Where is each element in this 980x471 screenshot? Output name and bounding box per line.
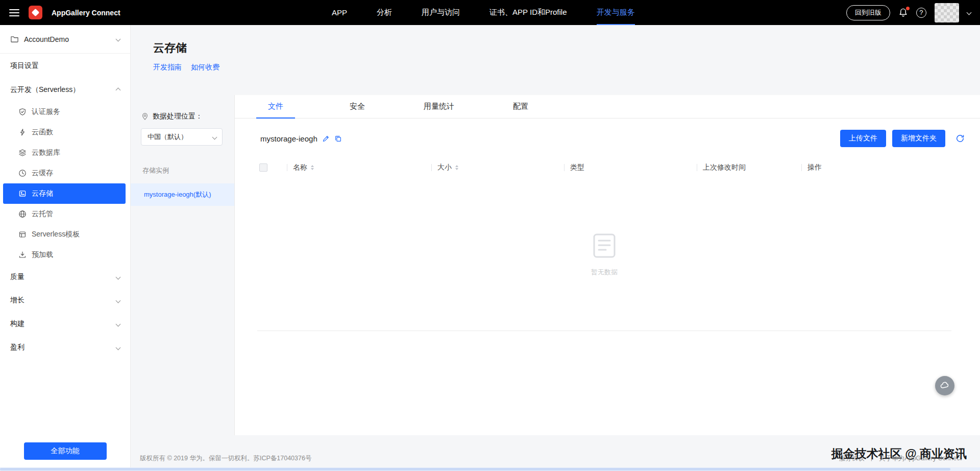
sidebar-group-quality[interactable]: 质量 bbox=[0, 265, 130, 289]
chevron-down-icon bbox=[116, 321, 121, 326]
cloud-service-floating-button[interactable] bbox=[935, 376, 954, 395]
chevron-up-icon bbox=[116, 87, 121, 92]
column-label: 大小 bbox=[437, 163, 452, 172]
instance-panel: 数据处理位置： 中国（默认） 存储实例 mystorage-ieogh(默认) bbox=[131, 95, 234, 435]
sidebar-item-cloud-hosting[interactable]: 云托管 bbox=[0, 204, 130, 224]
select-all-checkbox[interactable] bbox=[259, 163, 267, 172]
chevron-down-icon bbox=[116, 345, 121, 350]
column-divider bbox=[564, 164, 565, 171]
copy-bucket-name-icon[interactable] bbox=[334, 135, 342, 143]
project-selector[interactable]: AccountDemo bbox=[0, 25, 130, 54]
sidebar-item-cloud-functions[interactable]: 云函数 bbox=[0, 122, 130, 143]
sidebar-item-cloud-storage[interactable]: 云存储 bbox=[3, 183, 126, 204]
column-size[interactable]: 大小 bbox=[431, 163, 564, 172]
pricing-link[interactable]: 如何收费 bbox=[191, 63, 219, 72]
sidebar-item-label: 云数据库 bbox=[32, 148, 60, 157]
column-divider bbox=[801, 164, 802, 171]
hosting-icon bbox=[18, 210, 27, 218]
cache-icon bbox=[18, 169, 27, 177]
sidebar-item-label: 云函数 bbox=[32, 128, 53, 137]
column-name[interactable]: 名称 bbox=[287, 163, 431, 172]
topbar-actions: 回到旧版 ? bbox=[846, 3, 971, 22]
refresh-icon[interactable] bbox=[952, 131, 968, 146]
sidebar-group-build[interactable]: 构建 bbox=[0, 312, 130, 336]
tab-security[interactable]: 安全 bbox=[316, 95, 398, 118]
storage-instance-item[interactable]: mystorage-ieogh(默认) bbox=[131, 183, 234, 206]
sidebar-item-label: 云存储 bbox=[32, 189, 53, 198]
sidebar-group-monetize[interactable]: 盈利 bbox=[0, 336, 130, 359]
appgallery-connect-console: AppGallery Connect APP 分析 用户与访问 证书、APP I… bbox=[0, 0, 980, 471]
empty-state: 暂无数据 bbox=[257, 178, 951, 331]
chevron-down-icon[interactable] bbox=[967, 10, 972, 15]
sidebar-item-cloud-db[interactable]: 云数据库 bbox=[0, 143, 130, 163]
help-icon[interactable]: ? bbox=[916, 8, 926, 18]
column-last-modified: 上次修改时间 bbox=[697, 163, 801, 172]
sidebar-group-growth[interactable]: 增长 bbox=[0, 289, 130, 312]
column-type: 类型 bbox=[564, 163, 697, 172]
copyright-text: 版权所有 © 2019 华为。保留一切权利。苏ICP备17040376号 bbox=[140, 454, 311, 463]
nav-certificates-appid-profile[interactable]: 证书、APP ID和Profile bbox=[489, 0, 567, 25]
notifications-bell-icon[interactable] bbox=[898, 8, 908, 17]
appgallery-logo-icon bbox=[29, 6, 42, 19]
column-divider bbox=[287, 164, 287, 171]
sidebar-group-label: 构建 bbox=[10, 319, 24, 328]
sidebar-item-project-settings[interactable]: 项目设置 bbox=[0, 54, 130, 78]
sort-name-icon[interactable] bbox=[311, 165, 314, 170]
tab-config[interactable]: 配置 bbox=[480, 95, 561, 118]
main-content: 云存储 开发指南 如何收费 数据处理位置： 中国（默认） 存储实例 bbox=[131, 25, 980, 471]
column-actions: 操作 bbox=[801, 163, 968, 172]
data-location-value: 中国（默认） bbox=[148, 132, 187, 142]
notification-dot bbox=[906, 7, 910, 10]
gem-shape bbox=[32, 9, 40, 17]
storage-panel: 文件 安全 用量统计 配置 mystorage-ieogh bbox=[234, 95, 980, 435]
data-location-select[interactable]: 中国（默认） bbox=[141, 128, 223, 146]
sidebar-item-label: 预加载 bbox=[32, 250, 53, 260]
sidebar-item-serverless-templates[interactable]: Serverless模板 bbox=[0, 224, 130, 245]
chevron-down-icon bbox=[116, 274, 121, 279]
new-folder-button[interactable]: 新增文件夹 bbox=[892, 130, 945, 147]
storage-instances-title: 存储实例 bbox=[142, 166, 234, 175]
upload-file-button[interactable]: 上传文件 bbox=[840, 130, 886, 147]
chevron-down-icon bbox=[116, 298, 121, 303]
nav-users-access[interactable]: 用户与访问 bbox=[422, 0, 460, 25]
top-nav: APP 分析 用户与访问 证书、APP ID和Profile 开发与服务 bbox=[332, 0, 634, 25]
nav-analytics[interactable]: 分析 bbox=[377, 0, 392, 25]
edit-bucket-icon[interactable] bbox=[322, 135, 330, 143]
column-divider bbox=[431, 164, 432, 171]
back-to-old-version-button[interactable]: 回到旧版 bbox=[846, 5, 890, 20]
auth-icon bbox=[18, 108, 27, 116]
nav-develop-services[interactable]: 开发与服务 bbox=[597, 0, 635, 25]
bucket-name: mystorage-ieogh bbox=[260, 134, 317, 143]
sidebar-item-label: 认证服务 bbox=[32, 107, 60, 116]
empty-document-icon bbox=[591, 232, 618, 260]
avatar[interactable] bbox=[935, 3, 959, 22]
cloud-icon bbox=[940, 381, 950, 391]
tab-files[interactable]: 文件 bbox=[235, 95, 316, 118]
horizontal-scrollbar-thumb[interactable] bbox=[0, 468, 950, 470]
table-header: 名称 大小 类型 上次修改时间 bbox=[235, 157, 980, 178]
sidebar-item-cloud-cache[interactable]: 云缓存 bbox=[0, 163, 130, 183]
page-header: 云存储 开发指南 如何收费 bbox=[131, 25, 980, 72]
sidebar-item-label: 云缓存 bbox=[32, 169, 53, 178]
all-features-button[interactable]: 全部功能 bbox=[24, 442, 107, 460]
sidebar-group-label: 增长 bbox=[10, 296, 24, 305]
watermark-text: 掘金技术社区 @ 商业资讯 bbox=[831, 446, 967, 462]
dev-guide-link[interactable]: 开发指南 bbox=[153, 63, 182, 72]
sidebar-item-auth-service[interactable]: 认证服务 bbox=[0, 102, 130, 122]
sidebar-item-preload[interactable]: 预加载 bbox=[0, 245, 130, 265]
bucket-name-group: mystorage-ieogh bbox=[260, 134, 342, 143]
column-label: 上次修改时间 bbox=[703, 163, 746, 172]
database-icon bbox=[18, 149, 27, 157]
empty-text: 暂无数据 bbox=[591, 268, 618, 277]
tab-usage-stats[interactable]: 用量统计 bbox=[398, 95, 480, 118]
menu-toggle-button[interactable] bbox=[9, 8, 19, 17]
sort-size-icon[interactable] bbox=[455, 165, 458, 170]
nav-app[interactable]: APP bbox=[332, 0, 347, 25]
data-location-label: 数据处理位置： bbox=[153, 112, 203, 121]
sidebar-group-serverless[interactable]: 云开发（Serverless） bbox=[0, 78, 130, 102]
function-icon bbox=[18, 128, 27, 136]
column-label: 操作 bbox=[807, 163, 822, 172]
topbar: AppGallery Connect APP 分析 用户与访问 证书、APP I… bbox=[0, 0, 980, 25]
sidebar: AccountDemo 项目设置 云开发（Serverless） 认证服务 云函… bbox=[0, 25, 131, 471]
sidebar-item-label: Serverless模板 bbox=[32, 230, 80, 239]
